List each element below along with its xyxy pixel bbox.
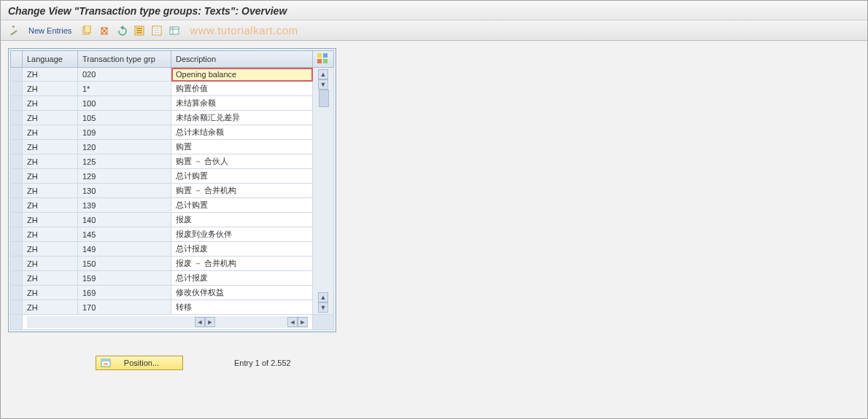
row-selector[interactable] — [11, 154, 23, 169]
language-cell: ZH — [23, 154, 78, 169]
desc-col-header[interactable]: Description — [171, 51, 313, 68]
language-cell: ZH — [23, 271, 78, 286]
language-cell: ZH — [23, 257, 78, 271]
table-row: ZH159总计报废 — [11, 271, 334, 286]
language-cell: ZH — [23, 242, 78, 257]
table-row: ZH170转移 — [11, 300, 334, 315]
table-settings-icon[interactable] — [168, 24, 181, 37]
vscroll-up-icon[interactable]: ▲ — [318, 69, 328, 79]
undo-icon[interactable] — [115, 24, 128, 37]
description-cell[interactable]: 总计未结余额 — [171, 125, 313, 140]
page-title: Change View "Transaction type groups: Te… — [1, 1, 867, 20]
row-selector[interactable] — [11, 140, 23, 154]
row-selector[interactable] — [11, 300, 23, 315]
svg-rect-15 — [154, 32, 160, 34]
hscroll-left2-icon[interactable]: ◄ — [287, 317, 298, 327]
copy-icon[interactable] — [80, 24, 93, 37]
grp-cell: 020 — [78, 68, 171, 82]
position-button[interactable]: Position... — [96, 356, 183, 370]
row-selector[interactable] — [11, 213, 23, 227]
svg-marker-7 — [120, 26, 123, 30]
row-selector[interactable] — [11, 286, 23, 300]
grp-cell: 125 — [78, 154, 171, 169]
row-selector[interactable] — [11, 271, 23, 286]
row-selector[interactable] — [11, 125, 23, 140]
table-row: ZH139总计购置 — [11, 198, 334, 213]
description-cell[interactable]: 修改伙伴权益 — [171, 286, 313, 300]
delete-icon[interactable] — [98, 24, 111, 37]
toggle-display-change-icon[interactable] — [7, 24, 20, 37]
description-cell[interactable]: 报废 — [171, 213, 313, 227]
description-cell[interactable]: 未结余额汇兑差异 — [171, 111, 313, 125]
deselect-all-icon[interactable] — [150, 24, 163, 37]
description-cell[interactable]: 报废 － 合并机构 — [171, 257, 313, 271]
description-cell[interactable]: 购置 － 合伙人 — [171, 154, 313, 169]
language-cell: ZH — [23, 286, 78, 300]
language-cell: ZH — [23, 82, 78, 96]
description-cell[interactable]: 转移 — [171, 300, 313, 315]
svg-rect-11 — [136, 32, 142, 34]
svg-rect-16 — [170, 27, 179, 34]
config-icon — [317, 53, 328, 63]
description-cell[interactable]: 未结算余额 — [171, 96, 313, 111]
svg-rect-1 — [12, 26, 15, 28]
description-cell[interactable]: 报废到业务伙伴 — [171, 227, 313, 242]
row-selector[interactable] — [11, 169, 23, 184]
vscroll-down-icon[interactable]: ▼ — [318, 79, 328, 90]
row-selector[interactable] — [11, 242, 23, 257]
vscroll-down2-icon[interactable]: ▼ — [318, 302, 328, 313]
grp-col-header[interactable]: Transaction type grp — [78, 51, 171, 68]
language-cell: ZH — [23, 111, 78, 125]
svg-rect-10 — [136, 30, 142, 31]
new-entries-button[interactable]: New Entries — [24, 25, 76, 36]
row-selector[interactable] — [11, 257, 23, 271]
hscroll-right2-icon[interactable]: ► — [298, 317, 308, 327]
horizontal-scrollbar[interactable]: ◄ ► ◄ ► — [27, 316, 308, 328]
description-cell[interactable]: 总计报废 — [171, 242, 313, 257]
row-selector[interactable] — [11, 68, 23, 82]
description-cell[interactable]: 总计购置 — [171, 169, 313, 184]
grp-cell: 170 — [78, 300, 171, 315]
select-all-icon[interactable] — [133, 24, 146, 37]
language-col-header[interactable]: Language — [23, 51, 78, 68]
description-cell[interactable]: 总计购置 — [171, 198, 313, 213]
grp-cell: 145 — [78, 227, 171, 242]
row-selector[interactable] — [11, 82, 23, 96]
row-selector[interactable] — [11, 111, 23, 125]
grp-cell: 109 — [78, 125, 171, 140]
toolbar: New Entries www.tutorialkart.com — [1, 20, 867, 41]
language-cell: ZH — [23, 198, 78, 213]
svg-rect-14 — [154, 30, 160, 31]
language-cell: ZH — [23, 300, 78, 315]
hscroll-left-icon[interactable]: ◄ — [195, 317, 205, 327]
vertical-scrollbar[interactable]: ▲▼▲▼ — [313, 68, 334, 315]
table-row: ZH130购置 － 合并机构 — [11, 184, 334, 198]
description-cell[interactable]: 购置 － 合并机构 — [171, 184, 313, 198]
vscroll-up2-icon[interactable]: ▲ — [318, 292, 328, 302]
grp-cell: 105 — [78, 111, 171, 125]
grp-cell: 139 — [78, 198, 171, 213]
row-selector[interactable] — [11, 198, 23, 213]
table-row: ZH149总计报废 — [11, 242, 334, 257]
table-row: ZH145报废到业务伙伴 — [11, 227, 334, 242]
table-row: ZH120购置 — [11, 140, 334, 154]
grp-cell: 159 — [78, 271, 171, 286]
configure-col-header[interactable] — [313, 51, 334, 68]
data-grid: Language Transaction type grp Descriptio… — [10, 50, 334, 330]
hscroll-right-icon[interactable]: ► — [205, 317, 215, 327]
watermark-text: www.tutorialkart.com — [190, 24, 298, 36]
grp-cell: 120 — [78, 140, 171, 154]
description-cell[interactable]: 购置 — [171, 140, 313, 154]
description-cell[interactable]: 购置价值 — [171, 82, 313, 96]
row-selector[interactable] — [11, 96, 23, 111]
description-cell[interactable]: 总计报废 — [171, 271, 313, 286]
footer-bar: Position... Entry 1 of 2.552 — [96, 356, 860, 370]
description-cell[interactable]: Opening balance — [171, 68, 313, 82]
language-cell: ZH — [23, 68, 78, 82]
table-row: ZH100未结算余额 — [11, 96, 334, 111]
entry-status-text: Entry 1 of 2.552 — [234, 359, 291, 367]
row-selector[interactable] — [11, 184, 23, 198]
row-selector[interactable] — [11, 227, 23, 242]
grp-cell: 150 — [78, 257, 171, 271]
select-col-header[interactable] — [11, 51, 23, 68]
